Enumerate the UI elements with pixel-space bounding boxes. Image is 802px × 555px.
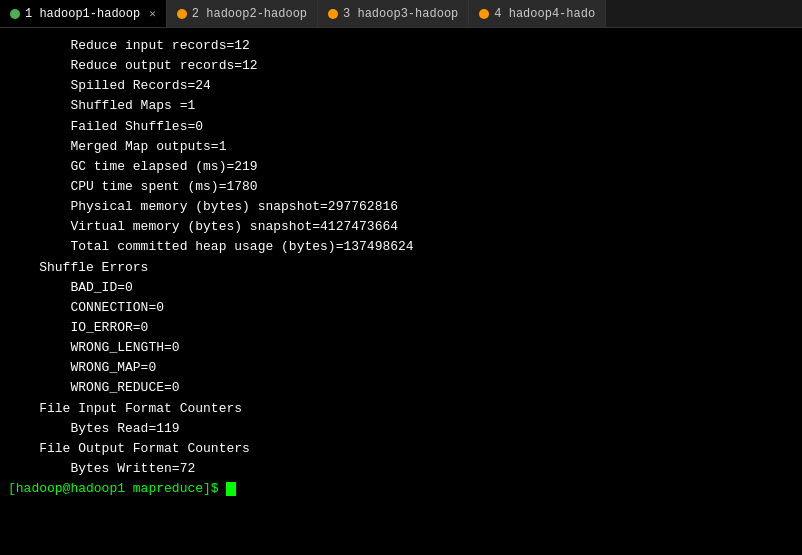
- tab-bar: 1 hadoop1-hadoop✕2 hadoop2-hadoop3 hadoo…: [0, 0, 802, 28]
- terminal-line: Bytes Written=72: [8, 459, 802, 479]
- tab-label-1: 1 hadoop1-hadoop: [25, 7, 140, 21]
- prompt-line: [hadoop@hadoop1 mapreduce]$: [8, 479, 802, 499]
- terminal-line: Spilled Records=24: [8, 76, 802, 96]
- tab-2[interactable]: 2 hadoop2-hadoop: [167, 0, 318, 27]
- tab-indicator-3: [328, 9, 338, 19]
- terminal-line: Total committed heap usage (bytes)=13749…: [8, 237, 802, 257]
- terminal-line: Failed Shuffles=0: [8, 117, 802, 137]
- terminal-line: Reduce output records=12: [8, 56, 802, 76]
- terminal-line: Shuffle Errors: [8, 258, 802, 278]
- prompt-text: [hadoop@hadoop1 mapreduce]$: [8, 481, 226, 496]
- tab-label-2: 2 hadoop2-hadoop: [192, 7, 307, 21]
- terminal-line: Virtual memory (bytes) snapshot=41274736…: [8, 217, 802, 237]
- tab-close-1[interactable]: ✕: [149, 7, 156, 20]
- terminal-line: Reduce input records=12: [8, 36, 802, 56]
- terminal-line: File Output Format Counters: [8, 439, 802, 459]
- terminal-line: BAD_ID=0: [8, 278, 802, 298]
- terminal-line: WRONG_REDUCE=0: [8, 378, 802, 398]
- terminal-line: GC time elapsed (ms)=219: [8, 157, 802, 177]
- terminal-line: WRONG_LENGTH=0: [8, 338, 802, 358]
- terminal-line: CPU time spent (ms)=1780: [8, 177, 802, 197]
- terminal-line: IO_ERROR=0: [8, 318, 802, 338]
- terminal-line: Merged Map outputs=1: [8, 137, 802, 157]
- tab-1[interactable]: 1 hadoop1-hadoop✕: [0, 0, 167, 27]
- terminal-line: File Input Format Counters: [8, 399, 802, 419]
- tab-indicator-4: [479, 9, 489, 19]
- terminal-line: Physical memory (bytes) snapshot=2977628…: [8, 197, 802, 217]
- terminal-cursor: [226, 482, 236, 496]
- tab-label-4: 4 hadoop4-hado: [494, 7, 595, 21]
- terminal-line: Shuffled Maps =1: [8, 96, 802, 116]
- tab-indicator-1: [10, 9, 20, 19]
- tab-3[interactable]: 3 hadoop3-hadoop: [318, 0, 469, 27]
- tab-4[interactable]: 4 hadoop4-hado: [469, 0, 606, 27]
- terminal-line: CONNECTION=0: [8, 298, 802, 318]
- tab-indicator-2: [177, 9, 187, 19]
- terminal-line: Bytes Read=119: [8, 419, 802, 439]
- terminal-content: Reduce input records=12 Reduce output re…: [0, 28, 802, 507]
- terminal-line: WRONG_MAP=0: [8, 358, 802, 378]
- tab-label-3: 3 hadoop3-hadoop: [343, 7, 458, 21]
